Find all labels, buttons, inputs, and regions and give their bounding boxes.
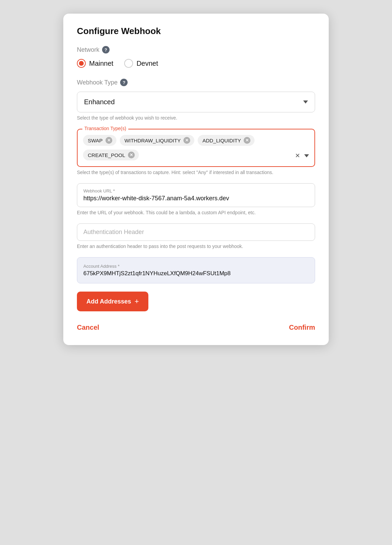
network-help-icon[interactable]: ? xyxy=(102,46,110,53)
transaction-types-label: Transaction Type(s) xyxy=(82,126,128,131)
transaction-types-section: Transaction Type(s) SWAP ✕ WITHDRAW_LIQU… xyxy=(77,129,315,167)
configure-webhook-modal: Configure Webhook Network ? Mainnet Devn… xyxy=(63,14,329,345)
auth-header-field[interactable]: Authentication Header xyxy=(77,223,315,241)
tags-icons: ✕ xyxy=(294,149,309,161)
plus-icon: + xyxy=(134,297,139,306)
mainnet-radio[interactable]: Mainnet xyxy=(77,59,113,68)
webhook-url-field[interactable]: Webhook URL * https://worker-white-disk-… xyxy=(77,183,315,207)
tag-add-liquidity: ADD_LIQUIDITY ✕ xyxy=(198,135,255,146)
footer: Cancel Confirm xyxy=(77,324,315,331)
clear-all-icon[interactable]: ✕ xyxy=(294,151,301,161)
webhook-type-value: Enhanced xyxy=(84,98,115,106)
tag-withdraw-label: WITHDRAW_LIQUIDITY xyxy=(125,138,181,143)
tag-create-remove[interactable]: ✕ xyxy=(128,152,135,158)
tag-swap: SWAP ✕ xyxy=(83,135,116,146)
auth-header-hint: Enter an authentication header to pass i… xyxy=(77,244,315,249)
add-addresses-button[interactable]: Add Addresses + xyxy=(77,292,148,311)
transaction-types-outer: Transaction Type(s) SWAP ✕ WITHDRAW_LIQU… xyxy=(77,129,315,175)
webhook-url-value: https://worker-white-disk-7567.anam-5a4.… xyxy=(83,195,309,202)
tag-create-pool: CREATE_POOL ✕ xyxy=(83,150,139,160)
second-row: CREATE_POOL ✕ ✕ xyxy=(83,149,309,161)
mainnet-radio-circle xyxy=(77,59,86,68)
tag-swap-remove[interactable]: ✕ xyxy=(105,137,112,144)
account-address-field: Account Address * 675kPX9MHTjS2zt1qfr1NY… xyxy=(77,257,315,283)
network-label: Network ? xyxy=(77,46,315,53)
auth-header-placeholder: Authentication Header xyxy=(83,229,309,236)
auth-header-section: Authentication Header Enter an authentic… xyxy=(77,223,315,249)
webhook-url-section: Webhook URL * https://worker-white-disk-… xyxy=(77,183,315,215)
devnet-radio-circle xyxy=(124,59,133,68)
tag-add-label: ADD_LIQUIDITY xyxy=(202,138,241,143)
add-addresses-label: Add Addresses xyxy=(86,298,131,305)
account-address-value: 675kPX9MHTjS2zt1qfr1NYHuzeLXfQM9H24wFSUt… xyxy=(83,270,309,277)
tag-withdraw-remove[interactable]: ✕ xyxy=(183,137,190,144)
webhook-type-hint: Select the type of webhook you wish to r… xyxy=(77,115,315,121)
tag-add-remove[interactable]: ✕ xyxy=(244,137,250,144)
transaction-types-hint: Select the type(s) of transactions to ca… xyxy=(77,170,315,175)
devnet-label: Devnet xyxy=(136,60,158,67)
webhook-url-hint: Enter the URL of your webhook. This coul… xyxy=(77,210,315,215)
modal-title: Configure Webhook xyxy=(77,26,315,36)
webhook-url-label: Webhook URL * xyxy=(83,188,309,193)
account-address-label: Account Address * xyxy=(83,264,309,269)
network-section: Network ? Mainnet Devnet xyxy=(77,46,315,68)
tag-create-label: CREATE_POOL xyxy=(88,152,125,158)
webhook-type-select[interactable]: Enhanced xyxy=(77,92,315,112)
confirm-button[interactable]: Confirm xyxy=(289,324,315,331)
network-radio-group: Mainnet Devnet xyxy=(77,59,315,68)
tags-chevron-icon[interactable] xyxy=(304,154,309,157)
cancel-button[interactable]: Cancel xyxy=(77,324,99,331)
mainnet-label: Mainnet xyxy=(89,60,113,67)
webhook-type-label: Webhook Type ? xyxy=(77,79,315,86)
tag-swap-label: SWAP xyxy=(88,138,103,143)
tags-outer-row: SWAP ✕ WITHDRAW_LIQUIDITY ✕ ADD_LIQUIDIT… xyxy=(83,135,309,161)
tag-withdraw-liquidity: WITHDRAW_LIQUIDITY ✕ xyxy=(120,135,194,146)
chevron-down-icon xyxy=(303,100,308,104)
webhook-type-section: Webhook Type ? Enhanced Select the type … xyxy=(77,79,315,121)
mainnet-radio-inner xyxy=(79,61,84,66)
account-address-section: Account Address * 675kPX9MHTjS2zt1qfr1NY… xyxy=(77,257,315,283)
tags-container: SWAP ✕ WITHDRAW_LIQUIDITY ✕ ADD_LIQUIDIT… xyxy=(83,135,309,161)
devnet-radio[interactable]: Devnet xyxy=(124,59,158,68)
webhook-type-help-icon[interactable]: ? xyxy=(120,79,128,86)
